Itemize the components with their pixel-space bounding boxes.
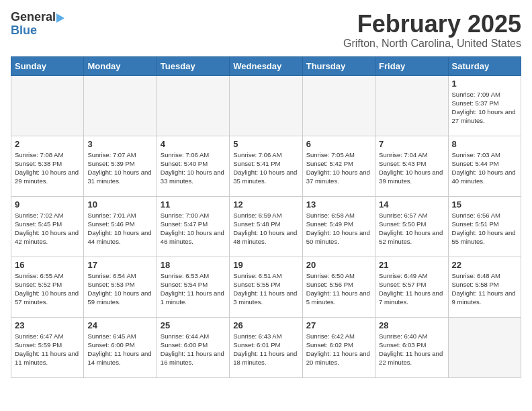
calendar-week-row: 1Sunrise: 7:09 AM Sunset: 5:37 PM Daylig… [11, 75, 521, 136]
calendar-day-cell: 6Sunrise: 7:05 AM Sunset: 5:42 PM Daylig… [302, 136, 375, 196]
day-info: Sunrise: 7:06 AM Sunset: 5:41 PM Dayligh… [233, 150, 298, 186]
calendar-day-cell: 18Sunrise: 6:53 AM Sunset: 5:54 PM Dayli… [157, 257, 229, 317]
day-info: Sunrise: 6:56 AM Sunset: 5:51 PM Dayligh… [452, 211, 517, 246]
page-title: February 2025 [343, 11, 521, 38]
day-info: Sunrise: 6:54 AM Sunset: 5:53 PM Dayligh… [87, 271, 152, 307]
day-number: 8 [452, 139, 517, 149]
day-number: 9 [15, 199, 80, 210]
col-saturday: Saturday [448, 56, 521, 75]
calendar-day-cell: 20Sunrise: 6:50 AM Sunset: 5:56 PM Dayli… [302, 257, 375, 317]
day-info: Sunrise: 6:51 AM Sunset: 5:55 PM Dayligh… [233, 271, 298, 307]
day-info: Sunrise: 6:58 AM Sunset: 5:49 PM Dayligh… [306, 211, 371, 246]
calendar-header-row: Sunday Monday Tuesday Wednesday Thursday… [11, 56, 521, 75]
day-number: 11 [161, 199, 226, 210]
day-number: 20 [306, 260, 371, 270]
calendar-day-cell: 2Sunrise: 7:08 AM Sunset: 5:38 PM Daylig… [11, 136, 84, 196]
calendar-day-cell: 27Sunrise: 6:42 AM Sunset: 6:02 PM Dayli… [302, 317, 375, 377]
day-info: Sunrise: 6:47 AM Sunset: 5:59 PM Dayligh… [15, 332, 80, 367]
day-number: 3 [87, 139, 152, 149]
day-number: 1 [452, 79, 517, 89]
calendar-day-cell: 21Sunrise: 6:49 AM Sunset: 5:57 PM Dayli… [375, 257, 448, 317]
page-subtitle: Grifton, North Carolina, United States [343, 38, 521, 50]
day-number: 23 [15, 320, 80, 330]
day-info: Sunrise: 7:03 AM Sunset: 5:44 PM Dayligh… [452, 150, 517, 186]
calendar-day-cell: 11Sunrise: 7:00 AM Sunset: 5:47 PM Dayli… [157, 196, 229, 257]
day-info: Sunrise: 6:53 AM Sunset: 5:54 PM Dayligh… [161, 271, 226, 307]
day-info: Sunrise: 6:57 AM Sunset: 5:50 PM Dayligh… [379, 211, 444, 246]
day-info: Sunrise: 6:44 AM Sunset: 6:00 PM Dayligh… [161, 332, 226, 367]
day-info: Sunrise: 7:06 AM Sunset: 5:40 PM Dayligh… [161, 150, 226, 186]
day-number: 12 [233, 199, 298, 210]
calendar-day-cell: 12Sunrise: 6:59 AM Sunset: 5:48 PM Dayli… [230, 196, 302, 257]
calendar-day-cell: 7Sunrise: 7:04 AM Sunset: 5:43 PM Daylig… [375, 136, 448, 196]
day-info: Sunrise: 7:07 AM Sunset: 5:39 PM Dayligh… [87, 150, 152, 186]
calendar-day-cell: 10Sunrise: 7:01 AM Sunset: 5:46 PM Dayli… [84, 196, 157, 257]
calendar-day-cell [84, 75, 157, 136]
calendar-day-cell: 22Sunrise: 6:48 AM Sunset: 5:58 PM Dayli… [448, 257, 521, 317]
calendar-day-cell: 19Sunrise: 6:51 AM Sunset: 5:55 PM Dayli… [230, 257, 302, 317]
day-number: 25 [161, 320, 226, 330]
calendar-day-cell [157, 75, 229, 136]
calendar-table: Sunday Monday Tuesday Wednesday Thursday… [11, 56, 521, 378]
day-number: 21 [379, 260, 444, 270]
calendar-day-cell: 4Sunrise: 7:06 AM Sunset: 5:40 PM Daylig… [157, 136, 229, 196]
day-info: Sunrise: 7:01 AM Sunset: 5:46 PM Dayligh… [87, 211, 152, 246]
calendar-day-cell: 25Sunrise: 6:44 AM Sunset: 6:00 PM Dayli… [157, 317, 229, 377]
col-sunday: Sunday [11, 56, 84, 75]
calendar-day-cell: 17Sunrise: 6:54 AM Sunset: 5:53 PM Dayli… [84, 257, 157, 317]
calendar-day-cell: 5Sunrise: 7:06 AM Sunset: 5:41 PM Daylig… [230, 136, 302, 196]
title-block: February 2025 Grifton, North Carolina, U… [343, 11, 521, 50]
day-number: 19 [233, 260, 298, 270]
calendar-week-row: 9Sunrise: 7:02 AM Sunset: 5:45 PM Daylig… [11, 196, 521, 257]
col-tuesday: Tuesday [157, 56, 229, 75]
calendar-day-cell [11, 75, 84, 136]
col-monday: Monday [84, 56, 157, 75]
day-number: 22 [452, 260, 517, 270]
day-info: Sunrise: 6:55 AM Sunset: 5:52 PM Dayligh… [15, 271, 80, 307]
calendar-day-cell: 1Sunrise: 7:09 AM Sunset: 5:37 PM Daylig… [448, 75, 521, 136]
day-info: Sunrise: 6:49 AM Sunset: 5:57 PM Dayligh… [379, 271, 444, 307]
day-info: Sunrise: 6:59 AM Sunset: 5:48 PM Dayligh… [233, 211, 298, 246]
day-number: 2 [15, 139, 80, 149]
page-header: General Blue February 2025 Grifton, Nort… [11, 11, 521, 50]
calendar-week-row: 2Sunrise: 7:08 AM Sunset: 5:38 PM Daylig… [11, 136, 521, 196]
calendar-day-cell [230, 75, 302, 136]
day-info: Sunrise: 7:05 AM Sunset: 5:42 PM Dayligh… [306, 150, 371, 186]
calendar-day-cell: 26Sunrise: 6:43 AM Sunset: 6:01 PM Dayli… [230, 317, 302, 377]
calendar-day-cell: 23Sunrise: 6:47 AM Sunset: 5:59 PM Dayli… [11, 317, 84, 377]
calendar-day-cell: 13Sunrise: 6:58 AM Sunset: 5:49 PM Dayli… [302, 196, 375, 257]
day-number: 24 [87, 320, 152, 330]
calendar-day-cell: 16Sunrise: 6:55 AM Sunset: 5:52 PM Dayli… [11, 257, 84, 317]
logo-general-text: General [11, 10, 56, 24]
day-number: 17 [87, 260, 152, 270]
day-number: 14 [379, 199, 444, 210]
day-info: Sunrise: 7:04 AM Sunset: 5:43 PM Dayligh… [379, 150, 444, 186]
logo-blue-text: Blue [11, 24, 37, 37]
day-info: Sunrise: 7:02 AM Sunset: 5:45 PM Dayligh… [15, 211, 80, 246]
calendar-day-cell: 3Sunrise: 7:07 AM Sunset: 5:39 PM Daylig… [84, 136, 157, 196]
logo: General Blue [11, 11, 64, 38]
day-number: 10 [87, 199, 152, 210]
col-wednesday: Wednesday [230, 56, 302, 75]
day-number: 27 [306, 320, 371, 330]
day-number: 6 [306, 139, 371, 149]
day-info: Sunrise: 7:09 AM Sunset: 5:37 PM Dayligh… [452, 90, 517, 126]
calendar-day-cell: 24Sunrise: 6:45 AM Sunset: 6:00 PM Dayli… [84, 317, 157, 377]
day-info: Sunrise: 7:00 AM Sunset: 5:47 PM Dayligh… [161, 211, 226, 246]
calendar-day-cell: 9Sunrise: 7:02 AM Sunset: 5:45 PM Daylig… [11, 196, 84, 257]
day-info: Sunrise: 6:42 AM Sunset: 6:02 PM Dayligh… [306, 332, 371, 367]
col-friday: Friday [375, 56, 448, 75]
calendar-day-cell: 15Sunrise: 6:56 AM Sunset: 5:51 PM Dayli… [448, 196, 521, 257]
day-info: Sunrise: 6:40 AM Sunset: 6:03 PM Dayligh… [379, 332, 444, 367]
day-info: Sunrise: 6:48 AM Sunset: 5:58 PM Dayligh… [452, 271, 517, 307]
day-number: 28 [379, 320, 444, 330]
calendar-day-cell [302, 75, 375, 136]
day-info: Sunrise: 6:43 AM Sunset: 6:01 PM Dayligh… [233, 332, 298, 367]
day-number: 26 [233, 320, 298, 330]
day-info: Sunrise: 6:45 AM Sunset: 6:00 PM Dayligh… [87, 332, 152, 367]
calendar-week-row: 23Sunrise: 6:47 AM Sunset: 5:59 PM Dayli… [11, 317, 521, 377]
col-thursday: Thursday [302, 56, 375, 75]
day-number: 7 [379, 139, 444, 149]
day-info: Sunrise: 7:08 AM Sunset: 5:38 PM Dayligh… [15, 150, 80, 186]
calendar-day-cell: 28Sunrise: 6:40 AM Sunset: 6:03 PM Dayli… [375, 317, 448, 377]
